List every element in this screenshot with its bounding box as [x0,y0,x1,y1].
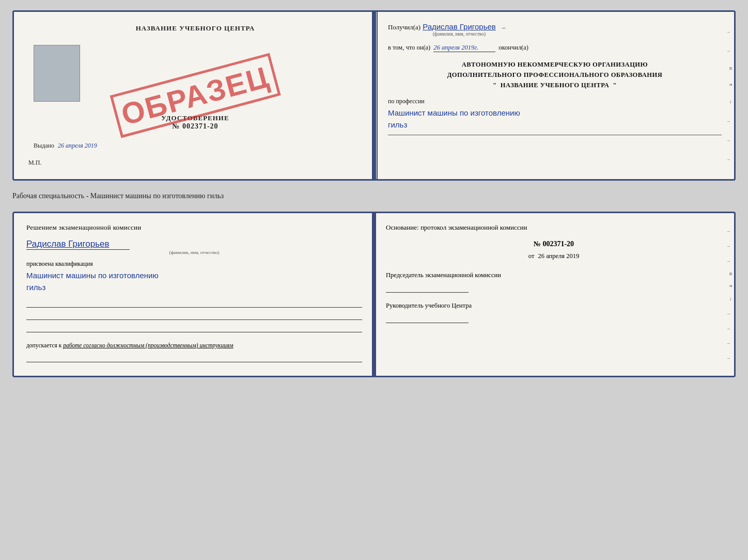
blank-line-1 [26,298,362,308]
edge-dash-1: – [727,29,733,35]
doc1-center-title: НАЗВАНИЕ УЧЕБНОГО ЦЕНТРА [28,24,362,33]
okonchil-suffix: окончил(а) [498,44,528,52]
profession-line2: гильз [388,120,407,129]
profession-text: Машинист машины по изготовлению гильз [388,107,722,131]
profession-line1: Машинист машины по изготовлению [388,108,520,117]
edge2-dash-2: – [727,243,733,249]
blank-line-bottom [26,353,362,362]
poluchil-prefix: Получил(а) [388,23,420,31]
prisvoena-line: присвоена квалификация [26,260,362,268]
predsedatel-sig-line [386,283,469,293]
vydano-line: Выдано 26 апреля 2019 [34,142,97,150]
edge-dash-4: – [727,137,733,143]
received-line: Получил(а) Радислав Григорьев (фамилия, … [388,22,722,37]
protocol-date-value: 26 апреля 2019 [538,252,580,260]
date-value: 26 апреля 2019г. [433,44,495,52]
doc2-name-line: Радислав Григорьев [26,239,130,250]
edge-dash-5: – [727,156,733,162]
protocol-num: № 002371-20 [386,240,722,248]
doc2-right: Основание: протокол экзаменационной коми… [376,213,734,376]
udostoverenie-num: № 002371-20 [28,122,362,131]
udostoverenie-block: УДОСТОВЕРЕНИЕ № 002371-20 [28,114,362,131]
doc1-left: НАЗВАНИЕ УЧЕБНОГО ЦЕНТРА УДОСТОВЕРЕНИЕ №… [14,12,378,179]
po-professii-label: по профессии [388,98,722,105]
between-label: Рабочая специальность - Машинист машины … [12,190,736,202]
edge2-text-i: и [727,273,733,275]
blank-lines [26,298,362,332]
v-tom-prefix: в том, что он(а) [388,44,430,52]
org-name: НАЗВАНИЕ УЧЕБНОГО ЦЕНТРА [501,82,610,89]
edge2-dash-1: – [727,228,733,234]
edge-text-k: ← [727,99,733,104]
edge2-text-k: ← [727,296,733,301]
edge-dash-3: – [727,118,733,124]
org-quote2: " [613,82,617,89]
doc2-right-edge-marks: – – – и а ← – – – – [727,213,733,376]
in-tom-line: в том, что он(а) 26 апреля 2019г. окончи… [388,44,722,52]
dash-after-name: – [502,23,506,31]
name-handwritten: Радислав Григорьев (фамилия, имя, отчест… [423,22,496,37]
rukovoditel-title: Руководитель учебного Центра [386,301,722,311]
org-line1: АВТОНОМНУЮ НЕКОММЕРЧЕСКУЮ ОРГАНИЗАЦИЮ [388,59,722,70]
edge2-dash-3: – [727,258,733,264]
page-wrapper: НАЗВАНИЕ УЧЕБНОГО ЦЕНТРА УДОСТОВЕРЕНИЕ №… [12,10,736,377]
doc2-name-handwritten: Радислав Григорьев [26,239,110,249]
dopuskaetsya-prefix: допускается к [26,342,61,348]
edge2-text-a: а [727,285,733,287]
document-card-1: НАЗВАНИЕ УЧЕБНОГО ЦЕНТРА УДОСТОВЕРЕНИЕ №… [12,10,736,181]
blank-line-2 [26,311,362,320]
rukovoditel-block: Руководитель учебного Центра [386,301,722,323]
dopuskaetsya-block: допускается к работе согласно должностны… [26,341,362,350]
predsedatel-block: Председатель экзаменационной комиссии [386,270,722,293]
separator-label [388,135,722,136]
osnov-title: Основание: протокол экзаменационной коми… [386,223,722,232]
mp-label: М.П. [28,159,41,167]
qualification-line1: Машинист машины по изготовлению [26,271,159,280]
qualification-line2: гильз [26,283,45,292]
edge2-dash-4: – [727,311,733,316]
vydano-label: Выдано [34,142,54,149]
org-quote1: " [493,82,496,89]
photo-placeholder [34,45,80,102]
qualification-text: Машинист машины по изготовлению гильз [26,270,362,293]
org-line2: ДОПОЛНИТЕЛЬНОГО ПРОФЕССИОНАЛЬНОГО ОБРАЗО… [388,70,722,80]
udostoverenie-title: УДОСТОВЕРЕНИЕ [28,114,362,122]
doc1-right: Получил(а) Радислав Григорьев (фамилия, … [378,12,734,179]
org-block: АВТОНОМНУЮ НЕКОММЕРЧЕСКУЮ ОРГАНИЗАЦИЮ ДО… [388,59,722,90]
dopuskaetsya-value: работе согласно должностным (производств… [63,342,233,348]
blank-line-3 [26,323,362,332]
doc2-left: Решением экзаменационной комиссии Радисл… [14,213,376,376]
org-name-line: " НАЗВАНИЕ УЧЕБНОГО ЦЕНТРА " [388,80,722,90]
vydano-date: 26 апреля 2019 [58,142,97,149]
edge-dash-2: – [727,48,733,54]
doc2-name-sublabel: (фамилия, имя, отчество) [26,250,362,255]
name-value: Радислав Григорьев [423,22,496,31]
edge2-dash-7: – [727,355,733,361]
edge2-dash-5: – [727,326,733,331]
edge-text-i: и [727,67,733,70]
edge2-dash-6: – [727,340,733,346]
protocol-date-prefix: от [528,252,535,260]
edge-text-a: а [727,84,733,86]
predsedatel-title: Председатель экзаменационной комиссии [386,270,722,280]
document-card-2: Решением экзаменационной комиссии Радисл… [12,212,736,377]
doc2-name-block: Радислав Григорьев (фамилия, имя, отчест… [26,239,362,255]
rukovoditel-sig-line [386,314,469,323]
doc2-section-title: Решением экзаменационной комиссии [26,223,362,232]
profession-block: по профессии Машинист машины по изготовл… [388,98,722,136]
protocol-date: от 26 апреля 2019 [386,252,722,260]
name-sublabel: (фамилия, имя, отчество) [423,31,496,37]
right-edge-marks: – – и а ← – – – [727,12,733,179]
